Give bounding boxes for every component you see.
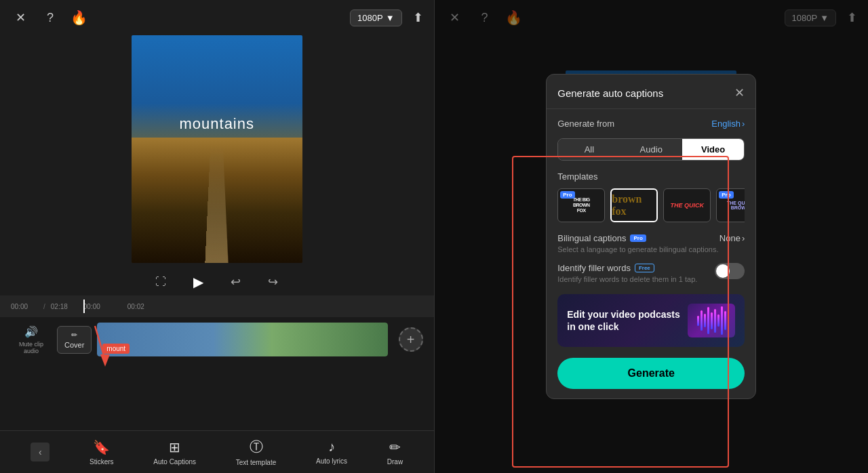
bilingual-arrow-icon: ›: [742, 233, 745, 243]
language-selector[interactable]: English ›: [711, 119, 745, 129]
stickers-item[interactable]: 🔖 Stickers: [90, 439, 114, 466]
podcast-visual: [688, 304, 735, 337]
timeline-bar: 00:00 / 02:18 00:00 00:02: [0, 295, 434, 317]
bilingual-info: Bilingual captions Pro Select a language…: [557, 233, 719, 253]
templates-row: Pro THE BIGBROWNFOX brown fox THE QUICK …: [557, 188, 745, 222]
redo-button[interactable]: ↪: [268, 274, 278, 289]
template-text-2: brown fox: [612, 193, 656, 218]
bilingual-captions-row: Bilingual captions Pro Select a language…: [557, 233, 745, 253]
podcast-banner-text: Edit your video podcasts in one click: [567, 308, 688, 333]
right-panel: ✕ ? 🔥 1080P ▼ ⬆ mountains Generate auto …: [435, 0, 869, 473]
marker-1: 00:00: [83, 303, 100, 310]
wave-bar-3: [704, 314, 706, 327]
modal-title: Generate auto captions: [557, 87, 663, 99]
stickers-icon: 🔖: [93, 439, 110, 455]
auto-lyrics-label: Auto lyrics: [316, 457, 347, 465]
pro-badge-1: Pro: [560, 191, 574, 199]
templates-label: Templates: [557, 171, 745, 182]
filler-info: Identify filler words Free Identify fill…: [557, 263, 715, 283]
template-item-1[interactable]: Pro THE BIGBROWNFOX: [557, 188, 605, 222]
stickers-label: Stickers: [90, 458, 114, 466]
mute-label: 🔊 Mute clip audio: [11, 325, 52, 354]
language-arrow-icon: ›: [742, 119, 745, 129]
bilingual-title: Bilingual captions Pro: [557, 233, 719, 243]
template-item-2[interactable]: brown fox: [610, 188, 658, 222]
text-template-icon: Ⓣ: [250, 438, 263, 456]
template-text-1: THE BIGBROWNFOX: [573, 197, 590, 213]
generate-captions-modal: Generate auto captions ✕ Generate from E…: [546, 74, 756, 399]
left-video-preview: mountains: [132, 35, 302, 263]
marker-2: 00:02: [127, 303, 144, 310]
play-button[interactable]: ▶: [193, 274, 203, 290]
podcast-banner[interactable]: Edit your video podcasts in one click: [557, 294, 745, 347]
add-clip-button[interactable]: +: [399, 327, 423, 352]
bilingual-subtitle: Select a language to generate bilingual …: [557, 245, 719, 253]
timeline-markers: 00:00 00:02: [83, 300, 423, 313]
template-text-4: THE QUICKBROWN: [727, 201, 745, 210]
bilingual-value: None: [719, 233, 741, 243]
draw-item[interactable]: ✏ Draw: [387, 439, 403, 466]
wave-bar-5: [711, 312, 713, 329]
total-time: 02:18: [51, 303, 78, 310]
wave-bar-6: [714, 309, 716, 333]
generate-button[interactable]: Generate: [557, 358, 745, 389]
source-tab-group: All Audio Video: [557, 138, 745, 161]
template-text-3: THE QUICK: [671, 202, 705, 209]
filler-free-badge: Free: [635, 264, 654, 272]
left-help-button[interactable]: ?: [41, 8, 60, 27]
mute-text: Mute clip audio: [11, 341, 52, 354]
left-resolution-button[interactable]: 1080P ▼: [350, 9, 401, 26]
draw-icon: ✏: [389, 439, 401, 455]
template-item-3[interactable]: THE QUICK: [663, 188, 711, 222]
wave-bar-1: [697, 316, 699, 326]
time-separator: /: [43, 303, 45, 310]
left-top-bar: ✕ ? 🔥 1080P ▼ ⬆: [0, 0, 434, 35]
generate-from-row: Generate from English ›: [557, 119, 745, 129]
left-video-title: mountains: [179, 115, 254, 133]
toggle-knob: [716, 264, 730, 278]
auto-captions-label: Auto Captions: [153, 458, 196, 466]
left-close-button[interactable]: ✕: [11, 8, 30, 27]
modal-overlay: Generate auto captions ✕ Generate from E…: [435, 0, 869, 473]
modal-close-button[interactable]: ✕: [734, 85, 745, 100]
pro-badge-4: Pro: [719, 191, 733, 199]
wave-bar-9: [724, 311, 726, 330]
text-template-label: Text template: [236, 459, 276, 466]
bilingual-value-selector[interactable]: None ›: [719, 233, 745, 243]
clip-thumbnail: mount: [97, 323, 387, 356]
wave-bar-4: [707, 307, 709, 334]
tab-all[interactable]: All: [558, 139, 620, 160]
wave-bar-2: [701, 310, 703, 331]
text-template-item[interactable]: Ⓣ Text template: [236, 438, 276, 466]
track-area: 🔊 Mute clip audio ✏ Cover mount +: [0, 317, 434, 430]
mute-icon: 🔊: [24, 325, 38, 338]
left-playback-controls: ⛶ ▶ ↩ ↪: [0, 268, 434, 295]
podcast-wave: [697, 306, 726, 335]
tab-video[interactable]: Video: [682, 139, 744, 160]
left-flame-icon: 🔥: [71, 9, 87, 26]
draw-label: Draw: [387, 458, 403, 466]
auto-lyrics-item[interactable]: ♪ Auto lyrics: [316, 439, 347, 465]
undo-button[interactable]: ↩: [231, 274, 241, 289]
auto-lyrics-icon: ♪: [328, 439, 335, 455]
video-clip[interactable]: mount: [97, 323, 387, 356]
auto-captions-item[interactable]: ⊞ Auto Captions: [153, 439, 196, 466]
clip-label: mount: [102, 344, 130, 354]
left-upload-button[interactable]: ⬆: [413, 10, 423, 25]
playhead-line: [83, 300, 85, 313]
sidebar-toggle-button[interactable]: ‹: [31, 443, 50, 461]
filler-subtitle: Identify filler words to delete them in …: [557, 275, 715, 283]
wave-bar-8: [721, 306, 723, 335]
wave-bar-7: [717, 314, 719, 327]
left-panel: ✕ ? 🔥 1080P ▼ ⬆ mountains ⛶ ▶ ↩ ↪ 00:00 …: [0, 0, 434, 473]
modal-header: Generate auto captions ✕: [547, 75, 755, 109]
template-item-4[interactable]: Pro THE QUICKBROWN: [716, 188, 745, 222]
bilingual-pro-badge: Pro: [630, 234, 646, 242]
filler-toggle[interactable]: [715, 263, 745, 279]
fullscreen-button[interactable]: ⛶: [155, 276, 166, 288]
cover-button[interactable]: ✏ Cover: [57, 326, 92, 354]
language-label: English: [711, 119, 741, 129]
track-row: 🔊 Mute clip audio ✏ Cover mount +: [11, 323, 423, 356]
filler-title: Identify filler words Free: [557, 263, 715, 273]
tab-audio[interactable]: Audio: [620, 139, 682, 160]
